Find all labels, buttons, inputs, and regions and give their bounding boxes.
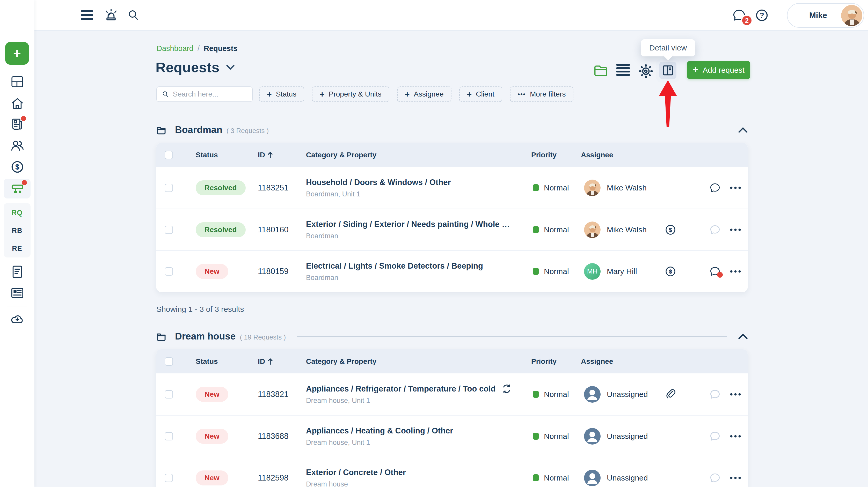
sort-ascending-icon [268, 358, 273, 365]
filter-chip-property-units[interactable]: +Property & Units [312, 87, 389, 102]
category-title[interactable]: Household / Doors & Windows / Other [306, 177, 451, 187]
assignee-avatar-unassigned [584, 386, 600, 403]
sidebar-item-payments[interactable]: $ [10, 160, 24, 174]
row-more-button[interactable] [730, 270, 741, 272]
category-title[interactable]: Appliances / Refrigerator / Temperature … [306, 384, 496, 393]
table-row[interactable]: Resolved 1183251 Household / Doors & Win… [156, 167, 748, 208]
alarm-siren-icon[interactable] [104, 8, 118, 23]
sort-ascending-icon [268, 152, 273, 158]
select-all-checkbox[interactable] [165, 357, 173, 366]
add-request-button[interactable]: + Add request [687, 61, 750, 79]
svg-text:?: ? [760, 11, 764, 20]
table-row[interactable]: New 1183688 Appliances / Heating & Cooli… [156, 415, 748, 457]
column-header-status[interactable]: Status [196, 357, 218, 366]
column-header-id[interactable]: ID [258, 151, 273, 159]
assignee-avatar-unassigned [584, 428, 600, 445]
section-title[interactable]: Boardman [175, 125, 222, 135]
hamburger-menu-icon[interactable] [81, 10, 93, 20]
category-title[interactable]: Exterior / Siding / Exterior / Needs pai… [306, 220, 513, 229]
row-more-button[interactable] [730, 393, 741, 395]
row-more-button[interactable] [730, 435, 741, 437]
assignee-avatar-initials: MH [584, 263, 600, 280]
more-filters-button[interactable]: •••More filters [510, 87, 574, 102]
row-more-button[interactable] [730, 187, 741, 189]
sidebar-subitem-re[interactable]: RE [4, 245, 31, 253]
column-header-id[interactable]: ID [258, 357, 273, 366]
chat-icon[interactable] [709, 224, 721, 235]
section-title[interactable]: Dream house [175, 331, 236, 342]
table-row[interactable]: Resolved 1180160 Exterior / Siding / Ext… [156, 208, 748, 250]
section-header: Dream house ( 19 Requests ) [156, 328, 748, 345]
sidebar-item-downloads[interactable] [10, 313, 24, 324]
row-more-button[interactable] [730, 228, 741, 231]
list-view-button[interactable] [616, 64, 630, 76]
group-folder-view-button[interactable] [594, 64, 608, 77]
page-title[interactable]: Requests [156, 59, 235, 75]
sidebar-add-button[interactable]: + [5, 42, 29, 65]
sidebar-item-home[interactable] [10, 97, 24, 110]
filter-chip-client[interactable]: +Client [459, 87, 502, 102]
row-checkbox[interactable] [165, 184, 173, 192]
sidebar-subitem-rq[interactable]: RQ [4, 209, 31, 217]
column-header-priority[interactable]: Priority [531, 151, 557, 159]
column-header-category[interactable]: Category & Property [306, 151, 376, 159]
status-badge: New [196, 429, 228, 444]
row-more-button[interactable] [730, 477, 741, 479]
money-icon[interactable]: $ [665, 266, 676, 277]
column-header-assignee[interactable]: Assignee [581, 151, 613, 159]
filter-chip-status[interactable]: +Status [259, 87, 304, 102]
column-header-status[interactable]: Status [196, 151, 218, 159]
sidebar-item-news[interactable] [10, 118, 24, 130]
attachment-icon[interactable] [665, 389, 675, 400]
sidebar-item-contacts[interactable] [10, 139, 25, 152]
section-collapse-chevron[interactable] [738, 333, 748, 339]
category-title[interactable]: Exterior / Concrete / Other [306, 467, 406, 477]
priority-indicator [533, 268, 539, 275]
priority-label: Normal [544, 267, 569, 276]
money-icon[interactable]: $ [665, 224, 676, 235]
search-box[interactable] [156, 87, 253, 102]
chat-icon[interactable] [709, 431, 721, 442]
row-checkbox[interactable] [165, 474, 173, 482]
assignee-name: Mike Walsh [607, 225, 647, 234]
sidebar-item-reports[interactable] [10, 287, 24, 299]
help-icon[interactable]: ? [755, 8, 769, 22]
row-checkbox[interactable] [165, 226, 173, 234]
chat-icon[interactable] [709, 472, 721, 484]
request-id: 1183821 [258, 390, 288, 399]
detail-view-button[interactable] [659, 62, 676, 79]
select-all-checkbox[interactable] [165, 151, 173, 159]
category-title[interactable]: Appliances / Heating & Cooling / Other [306, 426, 453, 435]
property-section: Dream house ( 19 Requests ) Status ID Ca… [156, 328, 748, 487]
settings-gear-button[interactable] [639, 64, 653, 78]
row-checkbox[interactable] [165, 267, 173, 275]
table-row[interactable]: New 1183821 Appliances / Refrigerator / … [156, 374, 748, 415]
table-row[interactable]: New 1182598 Exterior / Concrete / Other … [156, 457, 748, 487]
chat-icon[interactable] [709, 182, 721, 194]
table-row[interactable]: New 1180159 Electrical / Lights / Smoke … [156, 250, 748, 292]
user-menu[interactable]: Mike [787, 3, 864, 28]
priority-indicator [533, 184, 539, 191]
filter-chip-assignee[interactable]: +Assignee [397, 87, 452, 102]
section-collapse-chevron[interactable] [738, 127, 748, 133]
property-section: Boardman ( 3 Requests ) Status ID Catego… [156, 122, 748, 314]
search-input[interactable] [173, 90, 247, 98]
sidebar-subitem-rb[interactable]: RB [4, 227, 31, 235]
row-checkbox[interactable] [165, 390, 173, 398]
assignee-name: Unassigned [607, 390, 648, 399]
sidebar-item-dashboard[interactable] [10, 75, 24, 88]
recurring-icon [502, 384, 511, 393]
column-header-category[interactable]: Category & Property [306, 357, 376, 366]
breadcrumb-dashboard-link[interactable]: Dashboard [157, 44, 193, 53]
plus-icon: + [467, 90, 472, 99]
chat-icon[interactable] [709, 266, 721, 277]
chat-icon[interactable] [709, 389, 721, 400]
column-header-priority[interactable]: Priority [531, 357, 557, 366]
row-checkbox[interactable] [165, 432, 173, 441]
column-header-assignee[interactable]: Assignee [581, 357, 613, 366]
category-title[interactable]: Electrical / Lights / Smoke Detectors / … [306, 261, 483, 270]
global-search-icon[interactable] [127, 8, 140, 22]
section-count: ( 3 Requests ) [226, 125, 269, 135]
sidebar-item-documents[interactable] [11, 265, 23, 279]
requests-sign-icon[interactable] [10, 182, 24, 195]
